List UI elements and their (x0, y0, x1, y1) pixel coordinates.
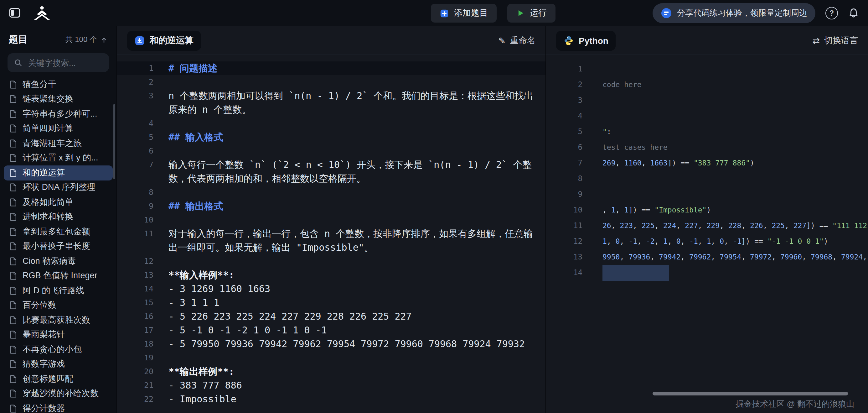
sidebar-item[interactable]: 比赛最高获胜次数 (4, 313, 113, 327)
run-button[interactable]: 运行 (507, 4, 556, 23)
sidebar-item[interactable]: 青海湖租车之旅 (4, 136, 113, 151)
sidebar-item[interactable]: Cion 勒索病毒 (4, 254, 113, 269)
sidebar-item-label: 计算位置 x 到 y 的... (23, 153, 98, 164)
problem-line-text (153, 144, 168, 158)
switch-language-button[interactable]: ⇄ 切换语言 (813, 35, 858, 46)
sidebar-title: 题目 (9, 34, 28, 46)
rename-label: 重命名 (510, 35, 535, 46)
line-number: 20 (117, 365, 153, 379)
problem-line-text: n 个整数两两相加可以得到 `n(n - 1) / 2` 个和。我们的目标是：根… (153, 89, 533, 103)
sidebar-item[interactable]: 进制求和转换 (4, 210, 113, 224)
sidebar-item[interactable]: RGB 色值转 Integer (4, 269, 113, 283)
help-icon[interactable]: ? (826, 7, 838, 19)
add-problem-button[interactable]: 添加题目 (431, 4, 497, 23)
problem-editor[interactable]: 1# 问题描述23n 个整数两两相加可以得到 `n(n - 1) / 2` 个和… (117, 55, 546, 406)
play-icon (516, 9, 525, 18)
code-editor[interactable]: 12code here345":6test cases here7269, 11… (546, 55, 868, 281)
notifications-bell-icon[interactable] (848, 7, 859, 19)
problem-tab[interactable]: 和的逆运算 (127, 30, 201, 51)
sidebar-item[interactable]: 环状 DNA 序列整理 (4, 180, 113, 195)
file-icon (9, 95, 18, 104)
file-icon (9, 331, 18, 340)
sidebar-item[interactable]: 穿越沙漠的补给次数 (4, 386, 113, 401)
download-badge-icon (135, 35, 145, 46)
code-line: 14 (546, 265, 868, 281)
problem-line: 6 (117, 144, 546, 158)
problem-count-label: 共 100 个 (65, 34, 97, 45)
sidebar-item-label: 最小替换子串长度 (23, 241, 90, 252)
file-icon (9, 183, 18, 192)
sidebar-item[interactable]: 和的逆运算 (4, 166, 113, 180)
code-line: 8 (546, 171, 868, 187)
sidebar-item[interactable]: 百分位数 (4, 298, 113, 313)
problem-line: 2 (117, 75, 546, 89)
sidebar-item[interactable]: 得分计数器 (4, 401, 113, 413)
sidebar-scrollbar[interactable] (113, 104, 115, 179)
sidebar-header: 题目 共 100 个 (0, 26, 117, 46)
problem-line: 14- 3 1269 1160 1663 (117, 282, 546, 296)
sidebar-item-label: 环状 DNA 序列整理 (23, 182, 95, 193)
line-number: 13 (546, 249, 582, 265)
scroll-top-icon[interactable] (100, 36, 108, 43)
sidebar-item[interactable]: 计算位置 x 到 y 的... (4, 151, 113, 166)
rename-button[interactable]: ✎ 重命名 (498, 35, 535, 46)
problem-line: 13**输入样例**: (117, 268, 546, 282)
search-icon (14, 58, 23, 67)
line-number: 5 (117, 130, 153, 144)
code-line: 10, 1, 1]) == "Impossible") (546, 202, 868, 218)
sidebar-item[interactable]: 字符串有多少种可... (4, 107, 113, 121)
line-number: 12 (546, 234, 582, 249)
sidebar-item[interactable]: 最小替换子串长度 (4, 239, 113, 254)
code-line: 2code here (546, 77, 868, 93)
sidebar-item[interactable]: 暴雨梨花针 (4, 327, 113, 342)
problem-line-text: 对于输入的每一行，输出一行，包含 n 个整数，按非降序排序，如果有多组解，任意输 (153, 227, 533, 241)
line-number: 8 (546, 171, 582, 187)
line-number: 6 (117, 144, 153, 158)
sidebar-item[interactable]: 简单四则计算 (4, 121, 113, 136)
problem-line-text (153, 185, 168, 199)
sidebar-item-label: 青海湖租车之旅 (23, 138, 82, 149)
sidebar-item[interactable]: 猜数字游戏 (4, 357, 113, 372)
sidebar-item-label: 字符串有多少种可... (23, 109, 97, 120)
sidebar-item-label: 进制求和转换 (23, 211, 73, 223)
line-number: 5 (546, 124, 582, 140)
sidebar-item[interactable]: 链表聚集交换 (4, 92, 113, 107)
problem-line-text: 数，代表两两相加的和，相邻整数以空格隔开。 (153, 172, 366, 185)
topbar-actions: 添加题目 运行 (431, 4, 556, 23)
line-number: 2 (546, 77, 582, 93)
sidebar-item[interactable]: 猫鱼分干 (4, 77, 113, 92)
sidebar-item[interactable]: 阿 D 的飞行路线 (4, 283, 113, 298)
line-number: 17 (117, 323, 153, 337)
file-icon (9, 169, 18, 177)
search-input[interactable] (27, 57, 103, 68)
problem-line-text: ## 输入格式 (153, 130, 223, 144)
promo-banner[interactable]: 分享代码练习体验，领限量定制周边 (653, 3, 815, 23)
problem-line-text: - 383 777 886 (153, 379, 242, 392)
line-number: 4 (546, 109, 582, 124)
problem-line-text: - 5 -1 0 -1 -2 1 0 -1 1 0 -1 (153, 323, 327, 337)
sidebar-item[interactable]: 不再贪心的小包 (4, 342, 113, 357)
line-number: 10 (117, 213, 153, 227)
pencil-icon: ✎ (498, 35, 506, 46)
code-line: 121, 0, -1, -2, 1, 0, -1, 1, 0, -1]) == … (546, 234, 868, 249)
line-number: 7 (117, 158, 153, 172)
sidebar-item[interactable]: 及格如此简单 (4, 195, 113, 210)
problem-line: 5## 输入格式 (117, 130, 546, 144)
problem-line: 7输入每行一个整数 `n` (`2 < n < 10`) 开头，接下来是 `n(… (117, 158, 546, 172)
file-icon (9, 316, 18, 325)
problem-line: 数，代表两两相加的和，相邻整数以空格隔开。 (117, 172, 546, 185)
horizontal-scrollbar[interactable] (653, 392, 848, 395)
file-icon (9, 375, 18, 384)
line-number: 15 (117, 296, 153, 309)
language-tab[interactable]: Python (556, 30, 616, 51)
sidebar-item[interactable]: 拿到最多红包金额 (4, 224, 113, 239)
watermark: 掘金技术社区 @ 翻不过的浪狼山 (736, 399, 854, 410)
code-line-text: 269, 1160, 1663]) == "383 777 886") (582, 155, 754, 171)
search-box[interactable] (7, 53, 109, 72)
line-number: 7 (546, 155, 582, 171)
code-line-text (582, 187, 602, 202)
sidebar-item[interactable]: 创意标题匹配 (4, 372, 113, 386)
problem-line: 8 (117, 185, 546, 199)
problem-line-text: # 问题描述 (153, 61, 217, 75)
sidebar-toggle-icon[interactable] (9, 7, 21, 19)
